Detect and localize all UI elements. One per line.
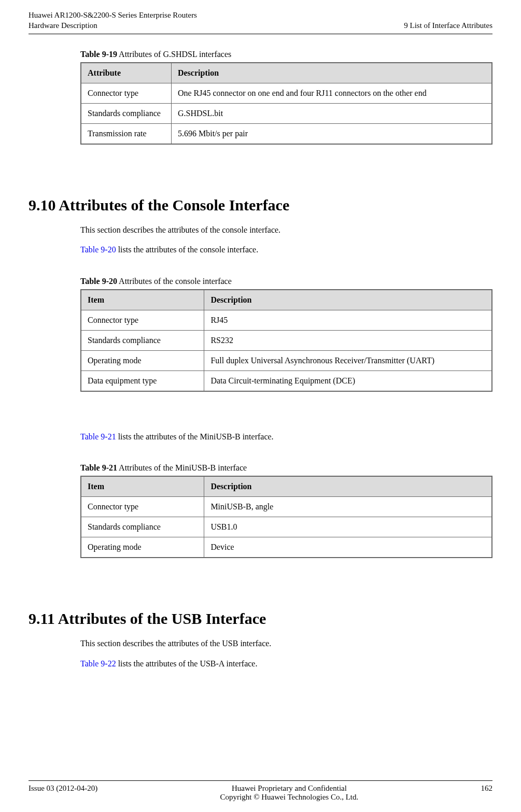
- cell-item: Operating mode: [81, 537, 204, 558]
- table-row: Connector type MiniUSB-B, angle: [81, 497, 492, 517]
- section-910-heading: 9.10 Attributes of the Console Interface: [29, 196, 492, 214]
- cell-attr: Transmission rate: [81, 124, 171, 145]
- table-row: Operating mode Device: [81, 537, 492, 558]
- table-row: Transmission rate 5.696 Mbit/s per pair: [81, 124, 492, 145]
- content: Table 9-19 Attributes of G.SHDSL interfa…: [29, 50, 492, 669]
- table-920-caption-bold: Table 9-20: [80, 277, 117, 286]
- cell-desc: RS232: [204, 330, 492, 350]
- para-921-ref-rest: lists the attributes of the MiniUSB-B in…: [116, 432, 274, 441]
- section-911-heading: 9.11 Attributes of the USB Interface: [29, 610, 492, 628]
- table-row: Item Description: [81, 290, 492, 310]
- doc-title-line2: Hardware Description: [29, 21, 197, 31]
- cell-desc: 5.696 Mbit/s per pair: [171, 124, 492, 145]
- doc-title-line1: Huawei AR1200-S&2200-S Series Enterprise…: [29, 10, 197, 21]
- table-header-description: Description: [171, 63, 492, 83]
- cell-desc: Full duplex Universal Asynchronous Recei…: [204, 350, 492, 371]
- para-921-ref: Table 9-21 lists the attributes of the M…: [80, 431, 492, 443]
- table-row: Attribute Description: [81, 63, 492, 83]
- section-910-ref-rest: lists the attributes of the console inte…: [116, 245, 259, 254]
- section-911-ref: Table 9-22 lists the attributes of the U…: [80, 658, 492, 669]
- footer-copyright: Copyright © Huawei Technologies Co., Ltd…: [97, 793, 481, 802]
- table-920: Item Description Connector type RJ45 Sta…: [80, 289, 492, 392]
- table-row: Data equipment type Data Circuit-termina…: [81, 371, 492, 391]
- cell-attr: Standards compliance: [81, 104, 171, 124]
- table-row: Operating mode Full duplex Universal Asy…: [81, 350, 492, 371]
- table-header-item: Item: [81, 290, 204, 310]
- header-right: 9 List of Interface Attributes: [404, 21, 492, 31]
- table-row: Item Description: [81, 476, 492, 497]
- section-910-intro: This section describes the attributes of…: [80, 224, 492, 236]
- cell-desc: RJ45: [204, 310, 492, 330]
- footer-center: Huawei Proprietary and Confidential Copy…: [97, 784, 481, 802]
- table-header-attribute: Attribute: [81, 63, 171, 83]
- cell-item: Standards compliance: [81, 330, 204, 350]
- footer-page-number: 162: [481, 784, 493, 802]
- table-919-caption: Table 9-19 Attributes of G.SHDSL interfa…: [80, 50, 492, 59]
- table-row: Standards compliance G.SHDSL.bit: [81, 104, 492, 124]
- table-919-caption-bold: Table 9-19: [80, 50, 117, 59]
- table-row: Standards compliance USB1.0: [81, 517, 492, 537]
- page-footer: Issue 03 (2012-04-20) Huawei Proprietary…: [29, 780, 492, 802]
- section-910-ref: Table 9-20 lists the attributes of the c…: [80, 244, 492, 255]
- table-header-description: Description: [204, 476, 492, 497]
- page-header: Huawei AR1200-S&2200-S Series Enterprise…: [29, 10, 492, 34]
- header-left: Huawei AR1200-S&2200-S Series Enterprise…: [29, 10, 197, 31]
- link-table-922[interactable]: Table 9-22: [80, 659, 116, 668]
- cell-attr: Connector type: [81, 83, 171, 104]
- cell-desc: G.SHDSL.bit: [171, 104, 492, 124]
- cell-desc: Device: [204, 537, 492, 558]
- link-table-920[interactable]: Table 9-20: [80, 245, 116, 254]
- table-920-caption-rest: Attributes of the console interface: [117, 277, 232, 286]
- cell-item: Connector type: [81, 310, 204, 330]
- table-header-item: Item: [81, 476, 204, 497]
- section-911-intro: This section describes the attributes of…: [80, 638, 492, 649]
- table-header-description: Description: [204, 290, 492, 310]
- cell-desc: MiniUSB-B, angle: [204, 497, 492, 517]
- table-919: Attribute Description Connector type One…: [80, 62, 492, 145]
- table-row: Connector type One RJ45 connector on one…: [81, 83, 492, 104]
- table-921-caption-rest: Attributes of the MiniUSB-B interface: [117, 463, 247, 472]
- cell-item: Connector type: [81, 497, 204, 517]
- link-table-921[interactable]: Table 9-21: [80, 432, 116, 441]
- table-row: Standards compliance RS232: [81, 330, 492, 350]
- table-921-caption: Table 9-21 Attributes of the MiniUSB-B i…: [80, 463, 492, 473]
- footer-issue: Issue 03 (2012-04-20): [29, 784, 97, 802]
- table-921-caption-bold: Table 9-21: [80, 463, 117, 472]
- cell-item: Data equipment type: [81, 371, 204, 391]
- footer-proprietary: Huawei Proprietary and Confidential: [97, 784, 481, 793]
- table-row: Connector type RJ45: [81, 310, 492, 330]
- table-921: Item Description Connector type MiniUSB-…: [80, 476, 492, 558]
- cell-desc: USB1.0: [204, 517, 492, 537]
- cell-item: Operating mode: [81, 350, 204, 371]
- section-911-ref-rest: lists the attributes of the USB-A interf…: [116, 659, 258, 668]
- table-920-caption: Table 9-20 Attributes of the console int…: [80, 277, 492, 286]
- cell-desc: Data Circuit-terminating Equipment (DCE): [204, 371, 492, 391]
- table-919-caption-rest: Attributes of G.SHDSL interfaces: [117, 50, 231, 59]
- cell-item: Standards compliance: [81, 517, 204, 537]
- cell-desc: One RJ45 connector on one end and four R…: [171, 83, 492, 104]
